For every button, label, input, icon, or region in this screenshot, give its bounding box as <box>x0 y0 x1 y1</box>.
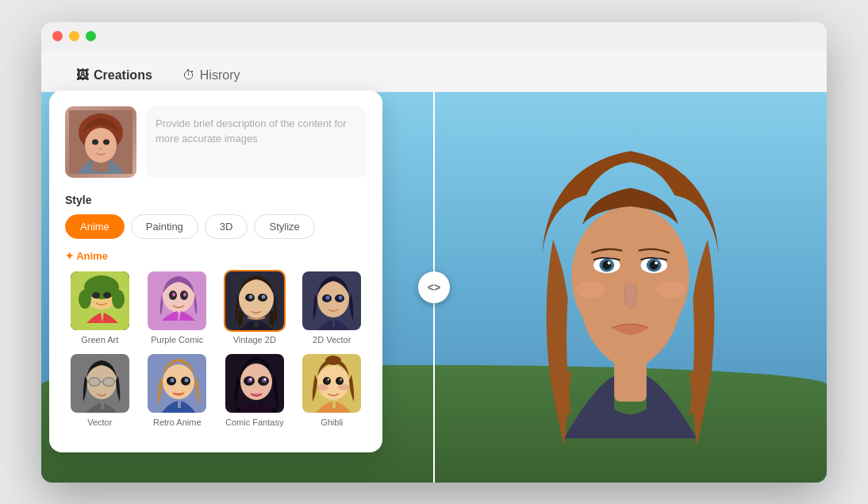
main-content: 🖼 Creations ⏱ Hisrory <box>41 51 827 483</box>
svg-point-72 <box>263 378 266 380</box>
style-name-comic-fantasy: Comic Fantasy <box>225 417 283 427</box>
thumbnail-face-svg <box>69 110 133 174</box>
svg-point-75 <box>325 356 341 365</box>
style-item-ghibli[interactable]: Ghibli <box>298 352 367 427</box>
svg-point-53 <box>339 295 343 299</box>
creations-icon: 🖼 <box>76 68 89 83</box>
style-name-2d-vector: 2D Vector <box>313 335 351 344</box>
style-item-retro-anime[interactable]: Retro Anime <box>143 352 213 427</box>
style-item-green-art[interactable]: Green Art <box>65 270 135 344</box>
style-img-ghibli <box>301 352 363 414</box>
svg-point-81 <box>340 379 342 380</box>
title-bar <box>41 22 827 51</box>
svg-point-46 <box>248 294 252 298</box>
style-name-retro-anime: Retro Anime <box>153 417 202 427</box>
tab-history[interactable]: ⏱ Hisrory <box>179 60 244 92</box>
style-grid: Green Art <box>65 270 367 427</box>
close-button[interactable] <box>52 31 63 41</box>
style-item-2d-vector[interactable]: 2D Vector <box>298 270 367 344</box>
style-btn-anime[interactable]: Anime <box>65 214 125 239</box>
style-img-vector <box>69 352 131 414</box>
svg-point-80 <box>328 379 329 380</box>
style-img-vintage-2d <box>224 270 286 332</box>
style-button-group: Anime Painting 3D Stylize <box>65 214 367 239</box>
style-item-vintage-2d[interactable]: Vintage 2D <box>220 270 290 344</box>
style-item-comic-fantasy[interactable]: Comic Fantasy <box>220 352 290 427</box>
svg-point-35 <box>103 292 111 298</box>
svg-point-24 <box>92 139 98 144</box>
svg-point-64 <box>185 378 189 382</box>
description-area[interactable]: Provide brief description of the content… <box>146 106 367 178</box>
style-name-purple-comic: Purple Comic <box>151 335 203 344</box>
svg-point-41 <box>183 292 186 296</box>
svg-point-19 <box>656 280 686 298</box>
svg-point-26 <box>100 147 102 149</box>
svg-point-83 <box>338 384 349 391</box>
style-label: Style <box>65 194 367 206</box>
svg-point-16 <box>608 261 611 264</box>
svg-point-52 <box>326 295 330 299</box>
realistic-face-svg <box>434 92 827 483</box>
slider-arrows: <> <box>428 281 440 294</box>
svg-point-33 <box>112 290 125 309</box>
style-item-purple-comic[interactable]: Purple Comic <box>143 270 213 344</box>
tab-bar: 🖼 Creations ⏱ Hisrory <box>41 51 827 92</box>
upload-row: Provide brief description of the content… <box>65 106 367 178</box>
style-item-vector[interactable]: Vector <box>65 352 135 427</box>
svg-point-23 <box>85 128 117 163</box>
description-placeholder: Provide brief description of the content… <box>156 116 357 147</box>
svg-rect-56 <box>89 378 100 386</box>
tab-creations-label: Creations <box>94 68 152 83</box>
svg-rect-57 <box>103 378 114 386</box>
svg-point-82 <box>317 384 328 391</box>
style-btn-stylize[interactable]: Stylize <box>254 214 314 239</box>
style-img-retro-anime <box>146 352 208 414</box>
svg-point-18 <box>575 280 605 298</box>
svg-point-34 <box>92 292 100 298</box>
image-right-realistic <box>434 92 827 483</box>
svg-rect-20 <box>614 357 647 402</box>
left-control-panel: Provide brief description of the content… <box>49 90 382 452</box>
svg-point-71 <box>249 378 252 380</box>
style-img-2d-vector <box>301 270 363 332</box>
style-section: Style Anime Painting 3D Stylize ✦ Anime <box>65 194 367 427</box>
svg-point-47 <box>261 294 265 298</box>
style-img-green-art <box>69 270 131 332</box>
anime-subsection-label: ✦ Anime <box>65 250 367 262</box>
thumbnail-image <box>65 106 136 178</box>
upload-thumbnail[interactable] <box>65 106 136 178</box>
tab-creations[interactable]: 🖼 Creations <box>73 60 156 92</box>
maximize-button[interactable] <box>86 31 96 41</box>
svg-point-32 <box>79 290 91 309</box>
svg-point-17 <box>655 261 658 264</box>
tab-history-label: Hisrory <box>200 68 240 83</box>
style-btn-painting[interactable]: Painting <box>131 214 198 239</box>
style-img-purple-comic <box>146 270 208 332</box>
svg-point-25 <box>103 139 109 144</box>
svg-point-63 <box>171 378 175 382</box>
style-img-comic-fantasy <box>224 352 286 414</box>
style-name-vintage-2d: Vintage 2D <box>233 335 276 344</box>
app-window: 🖼 Creations ⏱ Hisrory <box>41 22 827 483</box>
comparison-slider-handle[interactable]: <> <box>418 271 450 303</box>
style-btn-3d[interactable]: 3D <box>205 214 248 239</box>
minimize-button[interactable] <box>69 31 79 41</box>
style-name-vector: Vector <box>87 417 112 427</box>
svg-point-74 <box>317 365 349 400</box>
svg-point-40 <box>172 292 175 296</box>
style-name-ghibli: Ghibli <box>321 417 343 427</box>
history-icon: ⏱ <box>182 68 195 83</box>
style-name-green-art: Green Art <box>81 335 118 344</box>
